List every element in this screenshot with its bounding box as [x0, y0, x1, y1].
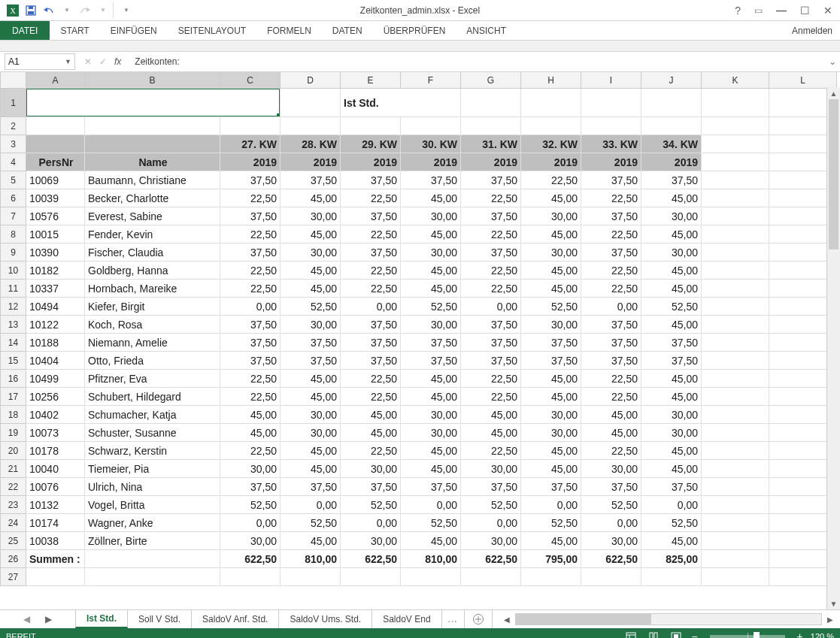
row-header-13[interactable]: 13: [1, 316, 26, 334]
year-header[interactable]: 2019: [401, 153, 461, 171]
pers-name[interactable]: Everest, Sabine: [85, 207, 220, 225]
tab-seitenlayout[interactable]: SEITENLAYOUT: [168, 21, 256, 40]
value-cell[interactable]: 45,00: [461, 406, 521, 424]
value-cell[interactable]: 37,50: [341, 352, 401, 370]
vscroll-thumb[interactable]: [829, 99, 838, 249]
value-cell[interactable]: 45,00: [521, 442, 581, 460]
value-cell[interactable]: 52,50: [461, 496, 521, 514]
chevron-down-icon[interactable]: ▼: [65, 58, 71, 65]
value-cell[interactable]: 37,50: [341, 478, 401, 496]
value-cell[interactable]: 30,00: [281, 207, 341, 225]
cell-G2[interactable]: [461, 117, 521, 135]
pers-name[interactable]: Baumann, Christiane: [85, 171, 220, 189]
cell[interactable]: [702, 135, 769, 153]
hdr-blank[interactable]: [26, 135, 85, 153]
value-cell[interactable]: 45,00: [401, 460, 461, 478]
row-header-27[interactable]: 27: [1, 568, 26, 586]
pers-id[interactable]: 10499: [26, 370, 85, 388]
value-cell[interactable]: 22,50: [341, 442, 401, 460]
value-cell[interactable]: 45,00: [401, 442, 461, 460]
value-cell[interactable]: 45,00: [641, 388, 702, 406]
cell-B2[interactable]: [85, 117, 220, 135]
value-cell[interactable]: 30,00: [641, 406, 702, 424]
select-all-corner[interactable]: [1, 72, 26, 89]
row-header-10[interactable]: 10: [1, 262, 26, 280]
pers-id[interactable]: 10122: [26, 316, 85, 334]
row-header-2[interactable]: 2: [1, 117, 26, 135]
row-header-9[interactable]: 9: [1, 243, 26, 262]
value-cell[interactable]: 45,00: [401, 262, 461, 280]
sheet-tab[interactable]: SaldoV Ums. Std.: [279, 610, 372, 628]
value-cell[interactable]: 37,50: [341, 316, 401, 334]
pers-id[interactable]: 10040: [26, 460, 85, 478]
undo-dropdown-icon[interactable]: ▼: [59, 2, 75, 19]
week-header[interactable]: 30. KW: [401, 135, 461, 153]
value-cell[interactable]: 30,00: [521, 406, 581, 424]
value-cell[interactable]: 52,50: [641, 298, 702, 316]
value-cell[interactable]: 45,00: [220, 406, 281, 424]
value-cell[interactable]: 30,00: [521, 207, 581, 225]
pers-id[interactable]: 10178: [26, 442, 85, 460]
pers-name[interactable]: Kiefer, Birgit: [85, 298, 220, 316]
value-cell[interactable]: 0,00: [521, 496, 581, 514]
value-cell[interactable]: 22,50: [220, 189, 281, 207]
pers-id[interactable]: 10015: [26, 225, 85, 243]
pers-id[interactable]: 10494: [26, 298, 85, 316]
cell-A2[interactable]: [26, 117, 85, 135]
vertical-scrollbar[interactable]: ▲ ▼: [826, 87, 840, 609]
value-cell[interactable]: 37,50: [581, 207, 641, 225]
cell[interactable]: [702, 298, 769, 316]
value-cell[interactable]: 37,50: [281, 171, 341, 189]
value-cell[interactable]: 22,50: [521, 171, 581, 189]
value-cell[interactable]: 22,50: [581, 442, 641, 460]
value-cell[interactable]: 37,50: [220, 352, 281, 370]
pers-name[interactable]: Schwarz, Kerstin: [85, 442, 220, 460]
value-cell[interactable]: 37,50: [461, 316, 521, 334]
value-cell[interactable]: 0,00: [220, 514, 281, 532]
value-cell[interactable]: 45,00: [281, 225, 341, 243]
value-cell[interactable]: 30,00: [220, 460, 281, 478]
row-header-15[interactable]: 15: [1, 352, 26, 370]
value-cell[interactable]: 45,00: [641, 442, 702, 460]
value-cell[interactable]: 52,50: [581, 496, 641, 514]
value-cell[interactable]: 22,50: [461, 442, 521, 460]
value-cell[interactable]: 37,50: [341, 207, 401, 225]
cell-K1[interactable]: [702, 89, 769, 117]
value-cell[interactable]: 30,00: [220, 532, 281, 550]
pers-name[interactable]: Zöllner, Birte: [85, 532, 220, 550]
col-header-D[interactable]: D: [281, 72, 341, 89]
cell-H2[interactable]: [521, 117, 581, 135]
value-cell[interactable]: 22,50: [461, 225, 521, 243]
pers-name[interactable]: Koch, Rosa: [85, 316, 220, 334]
value-cell[interactable]: 30,00: [281, 316, 341, 334]
value-cell[interactable]: 37,50: [401, 352, 461, 370]
scroll-down-icon[interactable]: ▼: [827, 597, 840, 609]
value-cell[interactable]: 45,00: [521, 388, 581, 406]
col-header-G[interactable]: G: [461, 72, 521, 89]
pers-name[interactable]: Ulrich, Nina: [85, 478, 220, 496]
value-cell[interactable]: 52,50: [401, 514, 461, 532]
value-cell[interactable]: 22,50: [220, 262, 281, 280]
value-cell[interactable]: 30,00: [521, 316, 581, 334]
value-cell[interactable]: 22,50: [341, 370, 401, 388]
week-header[interactable]: 28. KW: [281, 135, 341, 153]
tab-daten[interactable]: DATEN: [322, 21, 373, 40]
cell[interactable]: [702, 460, 769, 478]
value-cell[interactable]: 37,50: [281, 352, 341, 370]
value-cell[interactable]: 30,00: [281, 243, 341, 262]
cell[interactable]: [85, 550, 220, 568]
value-cell[interactable]: 52,50: [220, 496, 281, 514]
value-cell[interactable]: 30,00: [461, 532, 521, 550]
row-header-7[interactable]: 7: [1, 207, 26, 225]
year-header[interactable]: 2019: [341, 153, 401, 171]
pers-id[interactable]: 10039: [26, 189, 85, 207]
cell[interactable]: [401, 568, 461, 586]
sheet-tab-more[interactable]: ...: [442, 610, 465, 628]
pers-name[interactable]: Vogel, Britta: [85, 496, 220, 514]
pers-name[interactable]: Schuster, Susanne: [85, 424, 220, 442]
value-cell[interactable]: 37,50: [521, 352, 581, 370]
view-page-break-icon[interactable]: [669, 630, 684, 638]
cell[interactable]: [702, 316, 769, 334]
value-cell[interactable]: 45,00: [281, 280, 341, 298]
cell[interactable]: [702, 478, 769, 496]
